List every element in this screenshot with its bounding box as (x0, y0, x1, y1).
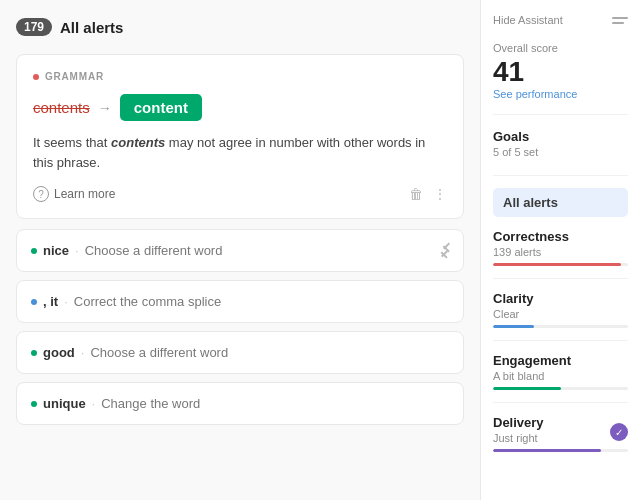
alert-item[interactable]: , it · Correct the comma splice (16, 280, 464, 323)
alert-dot (31, 299, 37, 305)
alert-count-badge: 179 (16, 18, 52, 36)
more-options-icon[interactable]: ⋮ (433, 186, 447, 202)
engagement-section: Engagement A bit bland (493, 353, 628, 403)
page-title: All alerts (60, 19, 123, 36)
alert-action: Change the word (101, 396, 200, 411)
alert-separator: · (81, 345, 85, 360)
chevron-icon (441, 245, 449, 257)
grammar-dot (33, 74, 39, 80)
score-row: 41 (493, 56, 628, 88)
goals-sub: 5 of 5 set (493, 146, 628, 158)
card-icon-group: 🗑 ⋮ (409, 186, 447, 202)
delivery-title: Delivery (493, 415, 544, 430)
alert-separator: · (64, 294, 68, 309)
original-word: contents (33, 99, 90, 116)
clarity-section: Clarity Clear (493, 291, 628, 341)
right-header: Hide Assistant (493, 14, 628, 26)
alert-dot (31, 248, 37, 254)
clarity-sub: Clear (493, 308, 628, 320)
alert-separator: · (75, 243, 79, 258)
correctness-sub: 139 alerts (493, 246, 628, 258)
delivery-sub: Just right (493, 432, 544, 444)
alert-item-content: unique · Change the word (31, 396, 200, 411)
header-bar: 179 All alerts (16, 18, 464, 36)
grammar-label: GRAMMAR (33, 71, 447, 82)
clarity-progress-fill (493, 325, 534, 328)
alert-item-content: , it · Correct the comma splice (31, 294, 221, 309)
grammar-card: GRAMMAR contents → content It seems that… (16, 54, 464, 219)
clarity-progress-bar (493, 325, 628, 328)
clarity-title: Clarity (493, 291, 628, 306)
delivery-section: Delivery Just right ✓ (493, 415, 628, 464)
card-actions: ? Learn more 🗑 ⋮ (33, 186, 447, 202)
alert-item[interactable]: good · Choose a different word (16, 331, 464, 374)
correctness-progress-bar (493, 263, 628, 266)
engagement-progress-fill (493, 387, 561, 390)
delivery-check-icon: ✓ (610, 423, 628, 441)
alert-item-content: good · Choose a different word (31, 345, 228, 360)
see-performance-link[interactable]: See performance (493, 88, 628, 100)
learn-more-button[interactable]: ? Learn more (33, 186, 115, 202)
engagement-title: Engagement (493, 353, 628, 368)
delivery-progress-bar (493, 449, 628, 452)
grammar-description: It seems that contents may not agree in … (33, 133, 447, 172)
hide-assistant-button[interactable]: Hide Assistant (493, 14, 563, 26)
delivery-progress-fill (493, 449, 601, 452)
alert-item-content: nice · Choose a different word (31, 243, 222, 258)
correctness-title: Correctness (493, 229, 628, 244)
arrow-icon: → (98, 100, 112, 116)
alert-dot (31, 401, 37, 407)
help-icon: ? (33, 186, 49, 202)
alert-list: nice · Choose a different word , it · Co… (16, 229, 464, 425)
replacement-word[interactable]: content (120, 94, 202, 121)
alert-action: Choose a different word (90, 345, 228, 360)
left-panel: 179 All alerts GRAMMAR contents → conten… (0, 0, 480, 500)
alert-item[interactable]: unique · Change the word (16, 382, 464, 425)
engagement-sub: A bit bland (493, 370, 628, 382)
overall-score-section: Overall score 41 See performance (493, 42, 628, 115)
goals-title: Goals (493, 129, 628, 144)
alert-separator: · (92, 396, 96, 411)
alert-dot (31, 350, 37, 356)
menu-icon[interactable] (612, 17, 628, 24)
alert-action: Correct the comma splice (74, 294, 221, 309)
overall-score-label: Overall score (493, 42, 628, 54)
delete-icon[interactable]: 🗑 (409, 186, 423, 202)
alert-keyword: unique (43, 396, 86, 411)
goals-section: Goals 5 of 5 set (493, 129, 628, 176)
right-panel: Hide Assistant Overall score 41 See perf… (480, 0, 640, 500)
alert-action: Choose a different word (85, 243, 223, 258)
alert-item[interactable]: nice · Choose a different word (16, 229, 464, 272)
overall-score-number: 41 (493, 56, 524, 88)
alert-keyword: good (43, 345, 75, 360)
alert-keyword: nice (43, 243, 69, 258)
all-alerts-button[interactable]: All alerts (493, 188, 628, 217)
correction-row: contents → content (33, 94, 447, 121)
correctness-section: Correctness 139 alerts (493, 229, 628, 279)
engagement-progress-bar (493, 387, 628, 390)
delivery-row: Delivery Just right ✓ (493, 415, 628, 449)
correctness-progress-fill (493, 263, 621, 266)
alert-keyword: , it (43, 294, 58, 309)
